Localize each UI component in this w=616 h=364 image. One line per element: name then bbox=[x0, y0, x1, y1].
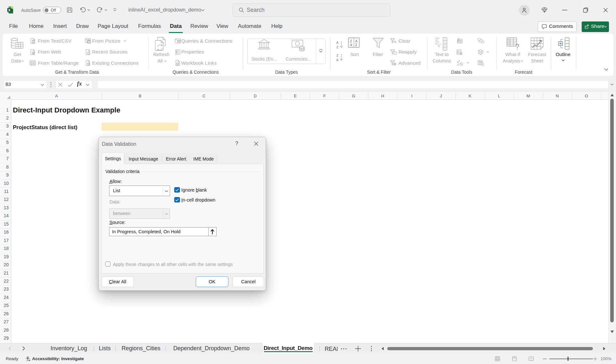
svg-text:Z: Z bbox=[336, 45, 338, 49]
svg-text:A: A bbox=[336, 58, 339, 62]
svg-text:Z: Z bbox=[336, 54, 338, 57]
svg-text:A: A bbox=[355, 39, 357, 43]
svg-text:A: A bbox=[336, 41, 339, 45]
svg-text:?: ? bbox=[515, 43, 519, 50]
svg-text:A: A bbox=[350, 43, 352, 47]
svg-text:Z: Z bbox=[350, 39, 352, 43]
svg-text:Z: Z bbox=[355, 43, 357, 47]
